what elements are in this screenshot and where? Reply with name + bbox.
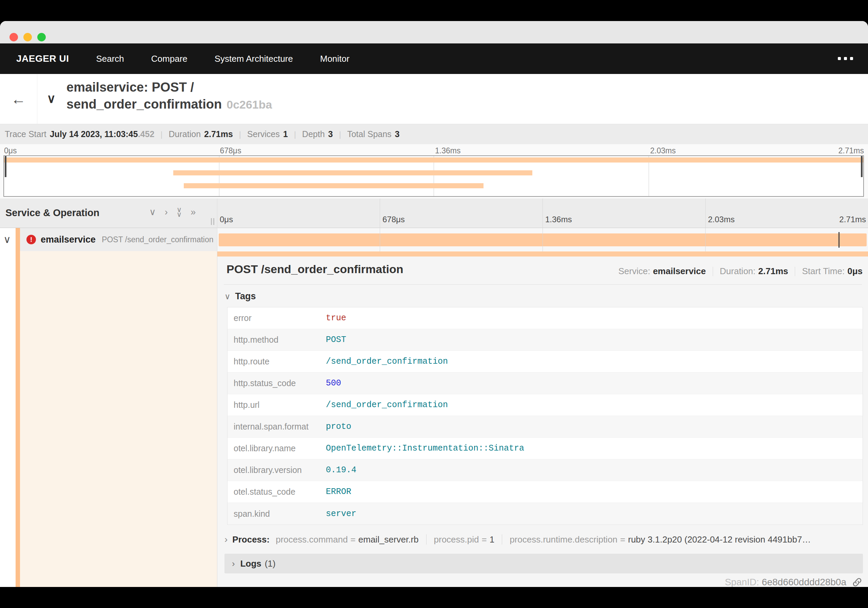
span-collapse-chevron-icon[interactable]: ∨ <box>3 233 11 245</box>
process-value: email_server.rb <box>358 534 419 545</box>
macos-titlebar <box>0 21 868 44</box>
duration-value: 2.71ms <box>204 129 233 139</box>
copy-link-icon[interactable] <box>852 577 863 587</box>
minimap-span-bar <box>173 170 532 176</box>
process-section-toggle[interactable]: › Process: process.command = email_serve… <box>225 532 863 547</box>
tag-key: http.route <box>228 356 326 367</box>
depth-label: Depth <box>302 129 325 139</box>
jaeger-logo[interactable]: JAEGER UI <box>16 53 69 64</box>
tags-section-label: Tags <box>235 291 256 302</box>
total-spans-value: 3 <box>395 129 400 139</box>
trace-title: emailservice: POST / send_order_confirma… <box>67 79 272 113</box>
collapse-one-icon[interactable]: ∨ <box>149 207 156 218</box>
process-value: 1 <box>490 534 494 545</box>
tags-section-toggle[interactable]: ∨ Tags <box>225 291 256 302</box>
duration-label: Duration: <box>720 266 756 277</box>
duration-value: 2.71ms <box>758 266 788 277</box>
span-detail-title: POST /send_order_confirmation <box>226 263 403 276</box>
selected-span-strip <box>217 252 868 257</box>
minimap-canvas[interactable] <box>3 155 864 197</box>
expand-all-icon[interactable]: » <box>191 207 195 218</box>
trace-page-header: ← ∨ emailservice: POST / send_order_conf… <box>0 74 868 124</box>
minimap-tick: 0μs <box>4 146 17 155</box>
depth-value: 3 <box>328 129 333 139</box>
nav-item-compare[interactable]: Compare <box>151 54 188 64</box>
minimap-ruler: 0μs 678μs 1.36ms 2.03ms 2.71ms <box>3 146 864 155</box>
process-value: ruby 3.1.2p20 (2022-04-12 revision 4491b… <box>628 534 811 545</box>
tag-value: ERROR <box>326 487 351 497</box>
chevron-down-icon: ∨ <box>225 292 231 301</box>
services-label: Services <box>247 129 280 139</box>
zoom-window-button[interactable] <box>37 33 46 41</box>
nav-item-monitor[interactable]: Monitor <box>320 54 350 64</box>
error-icon: ! <box>26 235 36 244</box>
expand-one-icon[interactable]: › <box>165 207 168 218</box>
tag-value: /send_order_confirmation <box>326 356 448 367</box>
tag-key: otel.status_code <box>228 487 326 497</box>
close-window-button[interactable] <box>9 33 18 41</box>
start-time-label: Start Time: <box>802 266 845 277</box>
chevron-right-icon: › <box>225 534 228 545</box>
tag-row: http.method POST <box>228 329 863 351</box>
tag-value: 500 <box>326 378 341 388</box>
tag-value: /send_order_confirmation <box>326 400 448 410</box>
logs-section-toggle[interactable]: › Logs (1) <box>225 554 863 574</box>
back-button[interactable]: ← <box>0 74 37 124</box>
overflow-menu-icon[interactable] <box>838 57 853 60</box>
screenshot-root: JAEGER UI Search Compare System Architec… <box>0 0 868 608</box>
column-resizer-handle[interactable] <box>211 218 214 225</box>
trace-summary-bar: Trace Start July 14 2023, 11:03:45 .452 … <box>0 124 868 144</box>
minimap-span-bar <box>184 183 484 188</box>
tag-key: http.url <box>228 400 326 410</box>
logs-count: (1) <box>265 558 276 569</box>
process-section-label: Process: <box>232 534 270 545</box>
trace-id: 0c261ba <box>226 98 272 111</box>
chevron-right-icon: › <box>232 558 235 569</box>
tag-value: true <box>326 313 346 323</box>
collapse-all-icon[interactable]: ∨∨ <box>177 207 182 217</box>
tag-key: error <box>228 313 326 323</box>
nav-item-system-architecture[interactable]: System Architecture <box>215 54 293 64</box>
top-navbar: JAEGER UI Search Compare System Architec… <box>0 44 868 74</box>
span-row[interactable]: ∨ ! emailservice POST /send_order_confir… <box>0 228 868 251</box>
tag-row: otel.library.version 0.19.4 <box>228 459 863 481</box>
span-id-value: 6e8d660dddd28b0a <box>762 577 846 587</box>
trace-collapse-chevron-icon[interactable]: ∨ <box>47 92 56 106</box>
trace-start-fraction: .452 <box>138 129 155 139</box>
tag-key: otel.library.name <box>228 443 326 453</box>
tag-row: error true <box>228 307 863 329</box>
process-key: process.command <box>276 534 347 545</box>
timeline-collapse-controls: ∨ › ∨∨ » <box>149 207 195 218</box>
tag-row: http.status_code 500 <box>228 373 863 394</box>
tag-row: span.kind server <box>228 503 863 524</box>
ruler-tick: 2.03ms <box>708 215 735 224</box>
tag-value: POST <box>326 335 346 345</box>
total-spans-label: Total Spans <box>347 129 392 139</box>
tag-value: OpenTelemetry::Instrumentation::Sinatra <box>326 443 524 453</box>
minimap-tick: 2.71ms <box>839 146 864 155</box>
process-key: process.pid <box>434 534 479 545</box>
nav-item-search[interactable]: Search <box>96 54 124 64</box>
tag-row: internal.span.format proto <box>228 416 863 438</box>
span-name-cell[interactable]: ! emailservice POST /send_order_confirma… <box>20 228 217 251</box>
letterbox-bottom <box>0 587 868 608</box>
start-time-value: 0μs <box>847 266 863 277</box>
tag-key: internal.span.format <box>228 422 326 432</box>
tag-row: http.url /send_order_confirmation <box>228 394 863 416</box>
span-id-footer: SpanID: 6e8d660dddd28b0a <box>725 577 863 587</box>
minimap-right-drag-handle[interactable] <box>861 156 863 177</box>
tag-row: otel.status_code ERROR <box>228 481 863 503</box>
minimap-span-bar <box>4 157 863 163</box>
timeline-header: Service & Operation ∨ › ∨∨ » 0μs 678μs 1… <box>0 199 868 228</box>
trace-title-line2: send_order_confirmation0c261ba <box>67 96 272 113</box>
trace-start-value: July 14 2023, 11:03:45 <box>50 129 138 139</box>
ruler-tick: 0μs <box>220 215 233 224</box>
service-label: Service: <box>618 266 650 277</box>
tag-value: 0.19.4 <box>326 465 356 475</box>
minimize-window-button[interactable] <box>23 33 32 41</box>
minimap-left-drag-handle[interactable] <box>5 156 6 177</box>
span-operation-name: POST /send_order_confirmation <box>102 235 213 244</box>
logs-section-label: Logs <box>240 558 261 569</box>
window-controls <box>9 33 46 41</box>
trace-start-label: Trace Start <box>5 129 46 139</box>
